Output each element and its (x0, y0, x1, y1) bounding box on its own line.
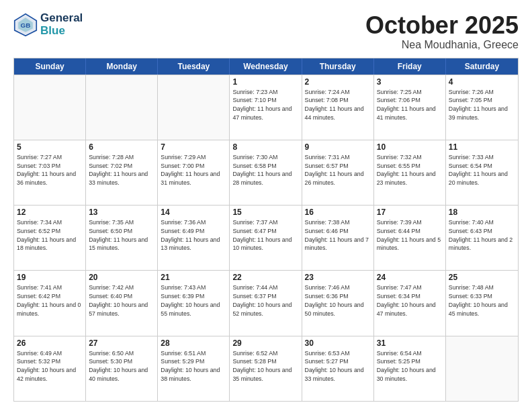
day-number: 14 (161, 208, 226, 217)
day-number: 1 (232, 77, 298, 87)
day-cell-17: 17Sunrise: 7:39 AM Sunset: 6:44 PM Dayli… (374, 205, 446, 270)
day-info: Sunrise: 7:27 AM Sunset: 7:03 PM Dayligh… (17, 153, 83, 187)
day-number: 9 (305, 142, 371, 152)
day-cell-8: 8Sunrise: 7:30 AM Sunset: 6:58 PM Daylig… (230, 140, 302, 205)
day-number: 23 (305, 273, 371, 282)
day-number: 22 (232, 273, 298, 282)
day-cell-13: 13Sunrise: 7:35 AM Sunset: 6:50 PM Dayli… (86, 205, 158, 270)
day-number: 30 (305, 338, 371, 348)
day-number: 3 (377, 77, 443, 87)
day-cell-28: 28Sunrise: 6:51 AM Sunset: 5:29 PM Dayli… (158, 336, 230, 401)
day-info: Sunrise: 7:40 AM Sunset: 6:43 PM Dayligh… (449, 218, 515, 253)
day-cell-25: 25Sunrise: 7:48 AM Sunset: 6:33 PM Dayli… (446, 271, 518, 335)
day-number: 12 (17, 208, 83, 217)
day-number: 7 (161, 142, 226, 152)
calendar-row-0: 1Sunrise: 7:23 AM Sunset: 7:10 PM Daylig… (14, 75, 518, 140)
day-info: Sunrise: 6:50 AM Sunset: 5:30 PM Dayligh… (89, 349, 154, 383)
day-info: Sunrise: 7:37 AM Sunset: 6:47 PM Dayligh… (232, 218, 298, 253)
day-info: Sunrise: 7:25 AM Sunset: 7:06 PM Dayligh… (377, 88, 443, 122)
day-cell-6: 6Sunrise: 7:28 AM Sunset: 7:02 PM Daylig… (86, 140, 158, 205)
day-header-sunday: Sunday (14, 58, 86, 75)
title-block: October 2025 Nea Moudhania, Greece (365, 12, 519, 51)
day-info: Sunrise: 7:39 AM Sunset: 6:44 PM Dayligh… (377, 218, 443, 253)
empty-cell-0-1 (86, 75, 158, 140)
day-cell-30: 30Sunrise: 6:53 AM Sunset: 5:27 PM Dayli… (302, 336, 374, 401)
day-info: Sunrise: 6:53 AM Sunset: 5:27 PM Dayligh… (305, 349, 371, 383)
day-number: 26 (17, 338, 83, 348)
calendar-row-2: 12Sunrise: 7:34 AM Sunset: 6:52 PM Dayli… (14, 205, 518, 270)
day-cell-9: 9Sunrise: 7:31 AM Sunset: 6:57 PM Daylig… (302, 140, 374, 205)
day-number: 4 (449, 77, 515, 87)
day-cell-19: 19Sunrise: 7:41 AM Sunset: 6:42 PM Dayli… (14, 271, 86, 335)
day-number: 21 (161, 273, 226, 282)
svg-text:GB: GB (21, 21, 31, 28)
calendar-header: SundayMondayTuesdayWednesdayThursdayFrid… (14, 58, 518, 75)
day-number: 16 (305, 208, 371, 217)
calendar: SundayMondayTuesdayWednesdayThursdayFrid… (13, 58, 519, 402)
day-number: 29 (232, 338, 298, 348)
day-info: Sunrise: 7:41 AM Sunset: 6:42 PM Dayligh… (17, 283, 83, 318)
empty-cell-4-6 (446, 336, 518, 401)
day-info: Sunrise: 7:44 AM Sunset: 6:37 PM Dayligh… (232, 283, 298, 318)
day-info: Sunrise: 7:33 AM Sunset: 6:54 PM Dayligh… (449, 153, 515, 187)
day-number: 2 (305, 77, 371, 87)
day-info: Sunrise: 7:43 AM Sunset: 6:39 PM Dayligh… (161, 283, 226, 318)
day-info: Sunrise: 7:35 AM Sunset: 6:50 PM Dayligh… (89, 218, 154, 253)
day-info: Sunrise: 7:36 AM Sunset: 6:49 PM Dayligh… (161, 218, 226, 253)
day-cell-4: 4Sunrise: 7:26 AM Sunset: 7:05 PM Daylig… (446, 75, 518, 140)
empty-cell-0-0 (14, 75, 86, 140)
day-cell-3: 3Sunrise: 7:25 AM Sunset: 7:06 PM Daylig… (374, 75, 446, 140)
location: Nea Moudhania, Greece (365, 39, 519, 51)
calendar-body: 1Sunrise: 7:23 AM Sunset: 7:10 PM Daylig… (14, 75, 518, 401)
day-number: 24 (377, 273, 443, 282)
day-cell-2: 2Sunrise: 7:24 AM Sunset: 7:08 PM Daylig… (302, 75, 374, 140)
day-info: Sunrise: 7:31 AM Sunset: 6:57 PM Dayligh… (305, 153, 371, 187)
day-number: 18 (449, 208, 515, 217)
month-title: October 2025 (365, 12, 519, 39)
day-info: Sunrise: 7:38 AM Sunset: 6:46 PM Dayligh… (305, 218, 371, 253)
day-number: 11 (449, 142, 515, 152)
day-info: Sunrise: 7:48 AM Sunset: 6:33 PM Dayligh… (449, 283, 515, 318)
header: GB General Blue October 2025 Nea Moudhan… (13, 12, 519, 51)
day-info: Sunrise: 7:29 AM Sunset: 7:00 PM Dayligh… (161, 153, 226, 187)
day-header-saturday: Saturday (446, 58, 518, 75)
day-cell-20: 20Sunrise: 7:42 AM Sunset: 6:40 PM Dayli… (86, 271, 158, 335)
day-info: Sunrise: 6:51 AM Sunset: 5:29 PM Dayligh… (161, 349, 226, 383)
day-number: 25 (449, 273, 515, 282)
day-number: 19 (17, 273, 83, 282)
day-cell-21: 21Sunrise: 7:43 AM Sunset: 6:39 PM Dayli… (158, 271, 230, 335)
day-header-wednesday: Wednesday (230, 58, 302, 75)
day-header-tuesday: Tuesday (158, 58, 230, 75)
day-cell-11: 11Sunrise: 7:33 AM Sunset: 6:54 PM Dayli… (446, 140, 518, 205)
day-number: 10 (377, 142, 443, 152)
day-info: Sunrise: 7:24 AM Sunset: 7:08 PM Dayligh… (305, 88, 371, 122)
day-header-thursday: Thursday (302, 58, 374, 75)
day-info: Sunrise: 7:46 AM Sunset: 6:36 PM Dayligh… (305, 283, 371, 318)
day-number: 15 (232, 208, 298, 217)
day-cell-15: 15Sunrise: 7:37 AM Sunset: 6:47 PM Dayli… (230, 205, 302, 270)
day-cell-24: 24Sunrise: 7:47 AM Sunset: 6:34 PM Dayli… (374, 271, 446, 335)
day-cell-22: 22Sunrise: 7:44 AM Sunset: 6:37 PM Dayli… (230, 271, 302, 335)
day-cell-14: 14Sunrise: 7:36 AM Sunset: 6:49 PM Dayli… (158, 205, 230, 270)
day-info: Sunrise: 6:52 AM Sunset: 5:28 PM Dayligh… (232, 349, 298, 383)
logo-icon: GB (13, 13, 38, 37)
day-number: 6 (89, 142, 154, 152)
day-cell-23: 23Sunrise: 7:46 AM Sunset: 6:36 PM Dayli… (302, 271, 374, 335)
logo-text: General Blue (40, 12, 83, 37)
day-number: 20 (89, 273, 154, 282)
day-number: 27 (89, 338, 154, 348)
day-cell-31: 31Sunrise: 6:54 AM Sunset: 5:25 PM Dayli… (374, 336, 446, 401)
day-info: Sunrise: 6:54 AM Sunset: 5:25 PM Dayligh… (377, 349, 443, 383)
day-number: 13 (89, 208, 154, 217)
day-cell-18: 18Sunrise: 7:40 AM Sunset: 6:43 PM Dayli… (446, 205, 518, 270)
day-cell-1: 1Sunrise: 7:23 AM Sunset: 7:10 PM Daylig… (230, 75, 302, 140)
day-cell-27: 27Sunrise: 6:50 AM Sunset: 5:30 PM Dayli… (86, 336, 158, 401)
day-cell-10: 10Sunrise: 7:32 AM Sunset: 6:55 PM Dayli… (374, 140, 446, 205)
empty-cell-0-2 (158, 75, 230, 140)
day-info: Sunrise: 7:32 AM Sunset: 6:55 PM Dayligh… (377, 153, 443, 187)
day-header-monday: Monday (86, 58, 158, 75)
day-cell-26: 26Sunrise: 6:49 AM Sunset: 5:32 PM Dayli… (14, 336, 86, 401)
day-info: Sunrise: 7:42 AM Sunset: 6:40 PM Dayligh… (89, 283, 154, 318)
day-cell-7: 7Sunrise: 7:29 AM Sunset: 7:00 PM Daylig… (158, 140, 230, 205)
day-cell-29: 29Sunrise: 6:52 AM Sunset: 5:28 PM Dayli… (230, 336, 302, 401)
